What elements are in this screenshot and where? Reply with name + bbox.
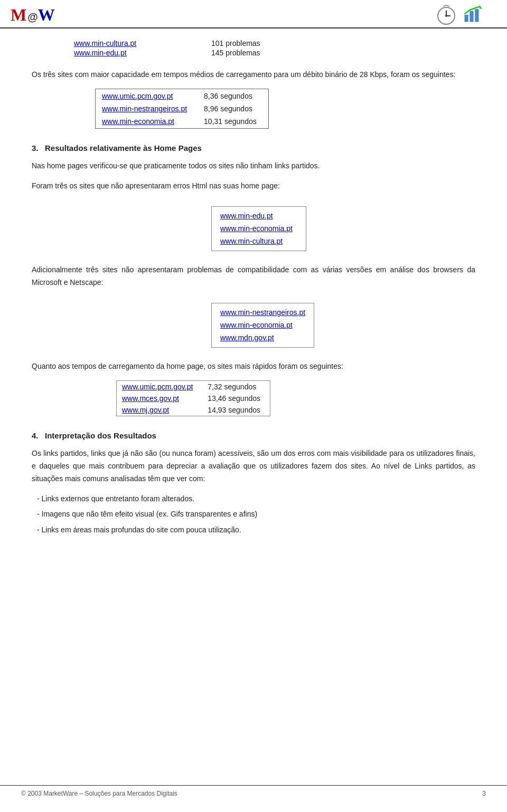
table-row: www.min-edu.pt 145 problemas: [74, 49, 475, 57]
value-cell: 14,93 segundos: [202, 404, 270, 416]
url-cell: www.mj.gov.pt: [117, 404, 203, 416]
footer-text: © 2003 MarketWare – Soluções para Mercad…: [21, 790, 177, 797]
top-sites-table: www.min-cultura.pt 101 problemas www.min…: [74, 39, 475, 58]
url-cell: www.umic.pcm.gov.pt: [97, 90, 198, 102]
chart-icon: [462, 4, 486, 25]
section3-number: 3.: [32, 144, 39, 152]
footer: © 2003 MarketWare – Soluções para Mercad…: [0, 785, 507, 801]
table-row: www.mj.gov.pt 14,93 segundos: [117, 404, 270, 416]
table-row: www.mces.gov.pt 13,46 segundos: [117, 393, 270, 404]
value-cell: 8,96 segundos: [199, 103, 267, 114]
table-row: www.min-cultura.pt 101 problemas: [74, 39, 475, 47]
intro-paragraph: Os três sites com maior capacidade em te…: [32, 69, 475, 80]
logo-m: M: [11, 6, 26, 23]
value-cell: 7,32 segundos: [202, 381, 270, 393]
site-url-1: www.min-cultura.pt: [74, 39, 190, 47]
header: M @ W: [0, 0, 507, 28]
section4-heading: 4. Interpretação dos Resultados: [32, 431, 475, 440]
table-row: www.umic.pcm.gov.pt 7,32 segundos: [117, 381, 270, 393]
logo-at: @: [27, 11, 38, 23]
compat-site-3: www.mdn.gov.pt: [220, 332, 305, 345]
list-item: - Imagens que não têm efeito visual (ex.…: [37, 508, 475, 521]
url-cell: www.min-nestrangeiros.pt: [97, 103, 198, 114]
url-cell: www.min-economia.pt: [97, 116, 198, 127]
table-row: www.min-nestrangeiros.pt 8,96 segundos: [97, 103, 267, 114]
site-value-1: 101 problemas: [211, 39, 260, 47]
svg-rect-4: [465, 15, 468, 22]
compat-sites-box: www.min-nestrangeiros.pt www.min-economi…: [116, 297, 475, 354]
section3-para1: Nas home pages verificou-se que praticam…: [32, 160, 475, 173]
html-site-1: www.min-edu.pt: [220, 210, 297, 223]
section3-heading: 3. Resultados relativamente às Home Page…: [32, 144, 475, 152]
list-item: - Links em áreas mais profundas do site …: [37, 524, 475, 537]
section3-para3: Adicionalmente três sites não apresentar…: [32, 264, 475, 289]
speed-table-top: www.umic.pcm.gov.pt 8,36 segundos www.mi…: [95, 89, 269, 129]
value-cell: 13,46 segundos: [202, 393, 270, 404]
value-cell: 8,36 segundos: [199, 90, 267, 102]
section3-title: Resultados relativamente às Home Pages: [45, 144, 202, 152]
header-right: [436, 4, 486, 25]
svg-rect-6: [475, 9, 478, 22]
section4-number: 4.: [32, 431, 39, 440]
html-error-sites-box: www.min-edu.pt www.min-economia.pt www.m…: [116, 200, 475, 257]
site-value-2: 145 problemas: [211, 49, 260, 57]
footer-page-number: 3: [482, 790, 486, 797]
html-site-3: www.min-cultura.pt: [220, 235, 297, 248]
section4-para1: Os links partidos, links que já não são …: [32, 447, 475, 485]
compat-site-1: www.min-nestrangeiros.pt: [220, 307, 305, 319]
speed-home-table: www.umic.pcm.gov.pt 7,32 segundos www.mc…: [116, 380, 270, 416]
section3-para2: Foram três os sites que não apresentaram…: [32, 180, 475, 193]
section4-title: Interpretação dos Resultados: [45, 431, 156, 440]
section3-para4: Quanto aos tempos de carregamento da hom…: [32, 360, 475, 373]
page: M @ W: [0, 0, 507, 812]
svg-point-3: [445, 15, 447, 17]
table-row: www.umic.pcm.gov.pt 8,36 segundos: [97, 90, 267, 102]
logo-w: W: [38, 6, 55, 23]
html-site-2: www.min-economia.pt: [220, 223, 297, 235]
value-cell: 10,31 segundos: [199, 116, 267, 127]
compat-site-2: www.min-economia.pt: [220, 319, 305, 332]
site-url-2: www.min-edu.pt: [74, 49, 190, 57]
logo: M @ W: [11, 6, 55, 23]
url-box: www.min-edu.pt www.min-economia.pt www.m…: [211, 206, 306, 251]
list-item: - Links externos que entretanto foram al…: [37, 493, 475, 505]
table-row: www.min-economia.pt 10,31 segundos: [97, 116, 267, 127]
url-box: www.min-nestrangeiros.pt www.min-economi…: [211, 303, 314, 348]
content: www.min-cultura.pt 101 problemas www.min…: [0, 28, 507, 561]
url-cell: www.umic.pcm.gov.pt: [117, 381, 203, 393]
url-cell: www.mces.gov.pt: [117, 393, 203, 404]
clock-icon: [436, 4, 457, 25]
section4-list: - Links externos que entretanto foram al…: [32, 493, 475, 537]
svg-rect-5: [470, 11, 473, 22]
